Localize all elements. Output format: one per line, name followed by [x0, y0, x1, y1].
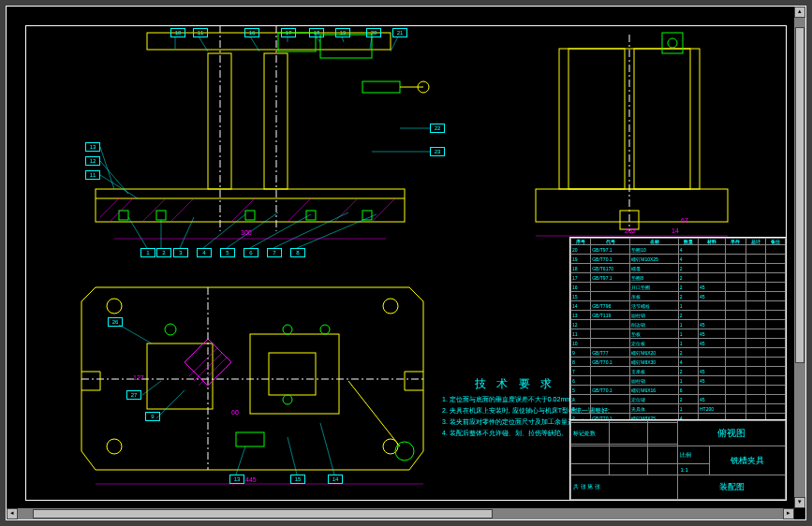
svg-rect-6	[320, 35, 372, 58]
parts-cell: 2	[678, 348, 698, 358]
parts-cell	[746, 320, 765, 329]
parts-cell	[591, 404, 630, 414]
svg-point-43	[283, 325, 292, 334]
callout: 12	[85, 156, 100, 166]
scroll-down-button[interactable]: ▾	[794, 497, 805, 508]
parts-row: 6圆柱销145	[571, 376, 786, 386]
parts-cell: 垫圈8	[630, 273, 679, 283]
svg-rect-35	[269, 353, 316, 395]
parts-table: 20GB/T97.1垫圈10419GB/T70.1螺钉M10X25418GB/T…	[570, 238, 786, 432]
parts-cell: 6	[571, 376, 591, 386]
parts-cell: GB/T70.1	[591, 358, 630, 367]
parts-row: 3夹具体1HT200	[571, 404, 786, 414]
callout: 17	[281, 28, 296, 37]
scroll-left-button[interactable]: ◂	[7, 508, 18, 519]
parts-cell	[746, 283, 765, 292]
parts-cell	[765, 264, 785, 273]
tech-req-line-1: 1. 定位面与底面的垂直度误差不大于0.02mm;	[442, 395, 573, 404]
parts-cell: 45	[699, 376, 726, 386]
parts-cell	[726, 395, 746, 404]
parts-cell	[746, 367, 765, 376]
parts-row: 10定位板145	[571, 339, 786, 348]
parts-cell	[726, 348, 746, 358]
parts-cell: 螺钉M6X16	[630, 386, 679, 395]
callout: 18	[309, 28, 324, 37]
parts-cell: 45	[699, 283, 726, 292]
parts-cell	[726, 386, 746, 395]
svg-rect-7	[362, 81, 400, 93]
parts-cell	[746, 376, 765, 386]
callout: 3	[173, 248, 188, 257]
callout: 19	[335, 28, 350, 37]
parts-cell: 9	[571, 348, 591, 358]
parts-cell: 定位键	[630, 395, 679, 404]
parts-cell	[726, 311, 746, 320]
svg-point-37	[383, 299, 398, 314]
callout: 23	[430, 147, 445, 156]
parts-row: 11垫板145	[571, 329, 786, 339]
project-name: 铣槽夹具	[710, 446, 786, 475]
parts-list: 20GB/T97.1垫圈10419GB/T70.1螺钉M10X25418GB/T…	[569, 237, 787, 421]
parts-header-cell: 名称	[630, 239, 679, 245]
svg-rect-15	[306, 211, 316, 220]
parts-cell	[765, 301, 785, 311]
parts-header-cell: 单件	[726, 239, 746, 245]
callout: 11	[85, 170, 100, 180]
svg-line-18	[110, 198, 133, 222]
parts-cell	[699, 311, 726, 320]
callout: 13	[85, 142, 100, 152]
parts-row: 20GB/T97.1垫圈104	[571, 245, 786, 255]
parts-cell: 45	[699, 292, 726, 301]
callout: 26	[108, 317, 123, 327]
parts-row: 14GB/T798活节螺栓1	[571, 301, 786, 311]
parts-row: 17GB/T97.1垫圈82	[571, 273, 786, 283]
svg-rect-12	[119, 211, 128, 220]
parts-cell: GB/T70.1	[591, 386, 630, 395]
tech-req-line-4: 4. 装配后整体不允许碰、划、拉伤等缺陷。	[442, 429, 568, 438]
callout: 14	[328, 475, 343, 484]
parts-cell: 活节螺栓	[630, 301, 679, 311]
horizontal-scrollbar[interactable]: ◂ ▸	[7, 508, 794, 519]
v-scroll-track[interactable]	[794, 18, 805, 497]
svg-rect-33	[147, 343, 213, 409]
parts-cell: 4	[678, 245, 698, 255]
svg-rect-14	[245, 211, 255, 220]
scroll-right-button[interactable]: ▸	[783, 508, 794, 519]
parts-cell: 2	[678, 273, 698, 283]
svg-line-24	[372, 198, 395, 222]
svg-line-71	[273, 212, 348, 248]
parts-cell	[699, 245, 726, 255]
cad-viewport[interactable]: 10 11 16 17 18 19 20 21 22 23 13 12 11 1…	[6, 6, 806, 520]
parts-cell	[726, 339, 746, 348]
callout: 10	[170, 28, 185, 37]
parts-cell: 定位板	[630, 339, 679, 348]
parts-cell: 2	[678, 367, 698, 376]
parts-cell: GB/T97.1	[591, 245, 630, 255]
parts-cell	[591, 320, 630, 329]
parts-cell	[765, 358, 785, 367]
parts-cell	[591, 367, 630, 376]
parts-cell	[746, 301, 765, 311]
callout: 6	[244, 248, 258, 257]
parts-cell: 1	[678, 320, 698, 329]
svg-line-77	[288, 437, 297, 475]
parts-cell: HT200	[699, 404, 726, 414]
dimension: 300	[241, 229, 252, 236]
vertical-scrollbar[interactable]: ▴ ▾	[794, 7, 805, 508]
parts-cell: 20	[571, 245, 591, 255]
callout: 20	[366, 28, 381, 37]
parts-cell: 圆柱销	[630, 376, 679, 386]
parts-header-cell: 备注	[765, 239, 785, 245]
svg-line-70	[250, 214, 311, 248]
svg-point-45	[283, 395, 292, 404]
svg-line-68	[203, 214, 245, 248]
scroll-up-button[interactable]: ▴	[794, 7, 805, 18]
parts-cell: 18	[571, 264, 591, 273]
parts-cell	[726, 376, 746, 386]
v-scroll-thumb[interactable]	[795, 27, 805, 362]
h-scroll-thumb[interactable]	[33, 509, 492, 519]
callout: 13	[229, 475, 244, 484]
h-scroll-track[interactable]	[18, 508, 783, 519]
parts-cell	[765, 376, 785, 386]
parts-cell: 螺钉M6X20	[630, 348, 679, 358]
